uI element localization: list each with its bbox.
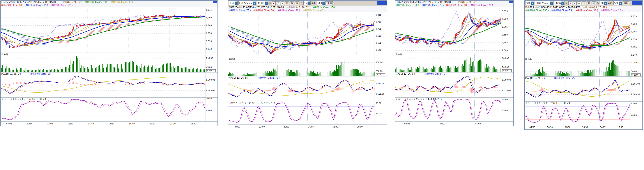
period-button-1[interactable]: 週 [290,1,294,5]
macd-axis-label: 9,700.00 [206,79,215,81]
candle-body [540,44,540,44]
volume-bar [482,67,482,72]
cloud-segment [96,29,97,33]
volume-bar [154,66,154,72]
volume-bar [447,68,447,72]
category-select[interactable]: 先物▼ [229,1,238,5]
period-button-1[interactable]: 週 [586,1,591,5]
price-axis-label: 9,595 [376,42,381,44]
background-window-fragment[interactable] [377,1,386,5]
time-axis-label: 12:00 [47,123,53,125]
volume-bar [122,68,123,72]
candle-body [572,48,572,49]
volume-bar [334,70,335,76]
period-button-0[interactable]: 日 [582,1,586,5]
time-axis-label: 20:00 [357,126,362,128]
volume-bar [611,63,612,76]
volume-bar [237,75,237,76]
candle-body [270,52,271,54]
volume-bar [45,69,45,72]
volume-bar [155,69,156,72]
volume-bar [140,68,141,72]
apply-button[interactable]: 適用 [623,1,629,5]
candle-body [422,40,423,41]
category-select[interactable]: 先物▼ [525,1,534,5]
volume-bar [374,72,374,76]
candle-body [279,44,279,45]
volume-bar [142,64,142,72]
period-button-2[interactable]: 月 [295,1,300,5]
volume-bar [456,68,457,72]
minute-select[interactable]: 60▼ [600,1,608,5]
symbol-select[interactable]: 日経225mini▼ [238,1,256,5]
period-button-2[interactable]: 月 [592,1,596,5]
candle-body [374,22,374,22]
volume-bar [283,72,283,76]
minute-select[interactable]: 15▼ [304,1,311,5]
contract-select[interactable]: 11/06▼ [257,1,268,5]
bars-label: 本数 [608,2,612,5]
volume-bar [169,63,170,72]
candlestick-icon[interactable]: ▮ [568,1,572,5]
volume-bar [525,73,525,76]
volume-bar [310,71,310,76]
background-window-fragment[interactable] [632,1,642,5]
volume-bar [543,71,544,76]
line-chart-icon[interactable]: ╱ [276,1,280,5]
cloud-segment [364,26,365,31]
cloud-segment [253,36,254,42]
candle-body [494,22,494,22]
candle-body [84,24,85,25]
bar-chart-icon[interactable]: ≡ [577,1,581,5]
volume-bar [584,74,585,76]
candle-body [618,26,618,30]
cloud-segment [331,44,332,44]
time-axis-label: 16:30 [547,126,553,128]
bar-chart-icon[interactable]: ≡ [280,1,284,5]
price-axis-label: 9,540 [502,49,508,52]
line-chart-icon[interactable]: ╱ [573,1,576,5]
apply-button[interactable]: 適用 [326,1,333,5]
volume-bar [47,70,48,72]
volume-bar [309,73,310,76]
volume-bar [90,65,90,72]
volume-bar [344,64,344,76]
volume-bar [589,72,590,76]
volume-bar [91,65,92,72]
candlestick-icon[interactable]: ▮ [272,1,276,5]
volume-bar [185,68,186,72]
volume-bar [170,63,171,72]
volume-bar [556,71,556,76]
bars-select[interactable]: 500▼ [317,1,326,5]
candle-body [261,45,261,45]
period-button-0[interactable]: 日 [285,1,289,5]
volume-bar [560,71,561,76]
candle-body [560,44,561,45]
symbol-select[interactable]: 日経225mini▼ [535,1,553,5]
indicator-label: 一目均衡表( 9, 26, 52 ) [58,1,82,3]
background-window-fragment[interactable] [213,1,217,3]
volume-bar [560,73,560,76]
volume-bar [162,65,162,72]
cloud-segment [287,47,288,50]
candle-body [615,20,616,20]
bars-select[interactable]: 500▼ [613,1,622,5]
candle-body [355,27,356,28]
candle-body [342,27,342,28]
cloud-segment [46,42,48,44]
chart-type-label: 足 [565,2,568,5]
volume-bar [38,69,38,72]
background-window-fragment[interactable] [509,1,513,3]
volume-bar [320,72,320,76]
candle-body [620,33,620,34]
volume-bar [554,72,554,76]
volume-bar [580,70,580,76]
cloud-segment [369,27,370,31]
volume-bar [172,67,172,72]
cloud-segment [127,24,128,25]
volume-bar [257,72,257,76]
volume-bar [369,72,369,76]
candle-body [72,29,72,31]
contract-select[interactable]: 11/06▼ [554,1,564,5]
price-axis-label: 9,760 [631,23,637,25]
